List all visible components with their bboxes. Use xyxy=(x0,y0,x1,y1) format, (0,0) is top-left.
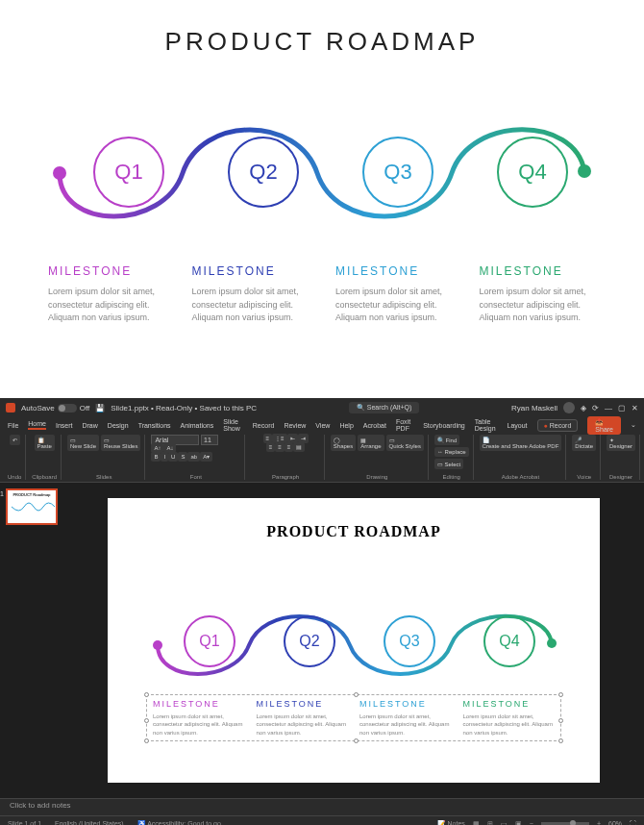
slide-milestone-1[interactable]: MILESTONELorem ipsum dolor sit amet, con… xyxy=(147,695,251,740)
slides-label: Slides xyxy=(96,474,111,480)
tab-layout[interactable]: Layout xyxy=(507,422,527,429)
tab-transitions[interactable]: Transitions xyxy=(138,422,171,429)
view-reading-icon[interactable]: ▭ xyxy=(501,820,508,826)
slide-quarter-circles[interactable]: Q1 Q2 Q3 Q4 xyxy=(108,615,600,667)
shapes-button[interactable]: ◯Shapes xyxy=(331,435,356,451)
tab-insert[interactable]: Insert xyxy=(56,422,73,429)
font-label: Font xyxy=(190,474,202,480)
tab-slideshow[interactable]: Slide Show xyxy=(223,418,243,432)
strike-button[interactable]: S xyxy=(178,452,187,462)
underline-button[interactable]: U xyxy=(168,452,178,462)
align-center[interactable]: ≡ xyxy=(275,442,285,452)
tab-foxit[interactable]: Foxit PDF xyxy=(396,418,413,432)
designer-button[interactable]: ✦Designer xyxy=(607,435,635,451)
slide-q4[interactable]: Q4 xyxy=(483,615,535,667)
slide-q1[interactable]: Q1 xyxy=(184,615,235,667)
slide-title[interactable]: PRODUCT ROADMAP xyxy=(108,523,600,540)
tab-animations[interactable]: Animations xyxy=(181,422,214,429)
tab-acrobat[interactable]: Acrobat xyxy=(363,422,386,429)
tab-home[interactable]: Home xyxy=(28,420,46,430)
save-icon[interactable]: 💾 xyxy=(95,404,105,412)
font-size-select[interactable] xyxy=(201,435,218,445)
dictate-button[interactable]: 🎤Dictate xyxy=(572,435,596,451)
bold-button[interactable]: B xyxy=(151,452,161,462)
notes-toggle[interactable]: 📝 Notes xyxy=(437,820,465,826)
tab-record[interactable]: Record xyxy=(253,422,275,429)
acrobat-label: Adobe Acrobat xyxy=(502,474,539,480)
ribbon-collapse-icon[interactable]: ⌄ xyxy=(631,421,636,429)
user-name[interactable]: Ryan Maskell xyxy=(511,404,557,412)
reuse-slides-button[interactable]: ▭Reuse Slides xyxy=(101,435,140,451)
tab-file[interactable]: File xyxy=(8,422,18,429)
tab-view[interactable]: View xyxy=(315,422,330,429)
slide-q2[interactable]: Q2 xyxy=(284,615,335,667)
toggle-icon[interactable] xyxy=(58,404,77,412)
diagram-preview: PRODUCT ROADMAP Q1 Q2 Q3 Q4 MILESTONE Lo… xyxy=(0,0,644,398)
slide-milestone-4[interactable]: MILESTONELorem ipsum dolor sit amet, con… xyxy=(458,695,561,740)
minimize-button[interactable]: — xyxy=(605,404,612,412)
editing-group: 🔍 Find ↔ Replace ▭ Select Editing xyxy=(431,435,474,480)
fit-window-icon[interactable]: ⛶ xyxy=(630,820,636,825)
milestone-3-text: Lorem ipsum dolor sit amet, consectetur … xyxy=(335,286,453,325)
tab-review[interactable]: Review xyxy=(284,422,306,429)
paste-button[interactable]: 📋Paste xyxy=(35,435,55,451)
italic-button[interactable]: I xyxy=(161,452,168,462)
accessibility-status[interactable]: ♿ Accessibility: Good to go xyxy=(137,820,221,826)
slide-thumb-1[interactable]: 1 PRODUCT Roadmap xyxy=(6,488,58,525)
align-left[interactable]: ≡ xyxy=(266,442,276,452)
find-button[interactable]: 🔍 Find xyxy=(434,435,459,445)
zoom-out[interactable]: − xyxy=(530,820,533,825)
slide-milestones-selected[interactable]: MILESTONELorem ipsum dolor sit amet, con… xyxy=(146,694,561,741)
record-button[interactable]: Record xyxy=(537,419,579,432)
slide-canvas[interactable]: PRODUCT ROADMAP Q1 Q2 Q3 Q4 xyxy=(108,498,600,783)
search-input[interactable]: 🔍 Search (Alt+Q) xyxy=(349,402,419,413)
columns-button[interactable]: ▤ xyxy=(293,442,305,452)
autosave-label: AutoSave xyxy=(21,404,55,412)
font-group: A↑A↓ BIUSabA▾ Font xyxy=(147,435,245,480)
arrange-button[interactable]: ▦Arrange xyxy=(358,435,384,451)
create-pdf-button[interactable]: 📄Create and Share Adobe PDF xyxy=(480,435,562,451)
replace-button[interactable]: ↔ Replace xyxy=(434,447,469,457)
close-button[interactable]: ✕ xyxy=(632,404,638,412)
tab-help[interactable]: Help xyxy=(339,422,353,429)
diamond-icon[interactable]: ◈ xyxy=(581,404,586,412)
milestone-3: MILESTONE Lorem ipsum dolor sit amet, co… xyxy=(335,264,453,325)
designer-label: Designer xyxy=(609,474,632,480)
q1-circle: Q1 xyxy=(93,137,164,208)
new-slide-button[interactable]: ▭New Slide xyxy=(67,435,99,451)
slide-milestone-3[interactable]: MILESTONELorem ipsum dolor sit amet, con… xyxy=(354,695,458,740)
view-slideshow-icon[interactable]: ▣ xyxy=(515,820,522,826)
tab-tabledesign[interactable]: Table Design xyxy=(475,418,498,432)
undo-button[interactable]: ↶ xyxy=(10,435,20,445)
maximize-button[interactable]: ▢ xyxy=(618,404,626,412)
tab-storyboarding[interactable]: Storyboarding xyxy=(423,422,465,429)
sync-icon[interactable]: ⟳ xyxy=(592,404,599,412)
shadow-button[interactable]: ab xyxy=(187,452,200,462)
avatar-icon[interactable] xyxy=(563,402,575,413)
select-button[interactable]: ▭ Select xyxy=(434,459,463,469)
zoom-value[interactable]: 60% xyxy=(608,820,622,825)
milestone-4: MILESTONE Lorem ipsum dolor sit amet, co… xyxy=(480,264,597,325)
milestone-2-label: MILESTONE xyxy=(192,264,310,278)
tab-design[interactable]: Design xyxy=(108,422,129,429)
ribbon: ↶ Undo 📋Paste Clipboard ▭New Slide ▭Reus… xyxy=(0,433,644,483)
notes-pane[interactable]: Click to add notes xyxy=(0,798,644,815)
autosave-toggle[interactable]: AutoSave Off xyxy=(21,404,89,412)
font-color-button[interactable]: A▾ xyxy=(200,452,212,462)
diagram-title: PRODUCT ROADMAP xyxy=(38,27,606,57)
zoom-in[interactable]: + xyxy=(597,820,601,825)
autosave-state: Off xyxy=(80,404,90,412)
view-sorter-icon[interactable]: ⊞ xyxy=(487,820,493,826)
view-normal-icon[interactable]: ▦ xyxy=(473,820,480,826)
drawing-group: ◯Shapes ▦Arrange ▭Quick Styles Drawing xyxy=(327,435,429,480)
slide-position: Slide 1 of 1 xyxy=(8,820,41,825)
share-button[interactable]: 📤 Share xyxy=(587,416,621,435)
language-status[interactable]: English (United States) xyxy=(55,820,124,825)
slide-q3[interactable]: Q3 xyxy=(384,615,435,667)
paragraph-label: Paragraph xyxy=(272,474,299,480)
quick-styles-button[interactable]: ▭Quick Styles xyxy=(386,435,424,451)
slide-canvas-area[interactable]: PRODUCT ROADMAP Q1 Q2 Q3 Q4 xyxy=(63,483,644,798)
tab-draw[interactable]: Draw xyxy=(82,422,97,429)
slide-milestone-2[interactable]: MILESTONELorem ipsum dolor sit amet, con… xyxy=(251,695,355,740)
align-right[interactable]: ≡ xyxy=(285,442,294,452)
